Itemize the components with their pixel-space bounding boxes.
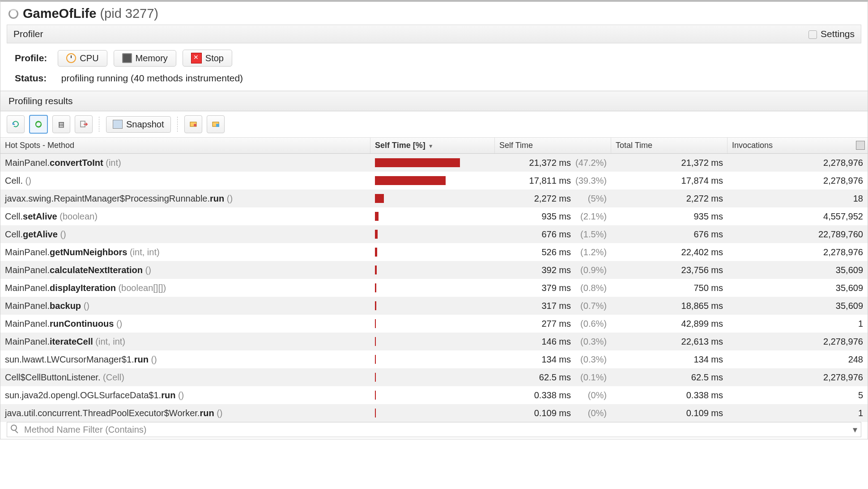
svg-point-3 (194, 124, 196, 126)
table-row[interactable]: sun.lwawt.LWCursorManager$1.run ()134 ms… (0, 350, 868, 368)
table-row[interactable]: javax.swing.RepaintManager$ProcessingRun… (0, 190, 868, 207)
table-row[interactable]: Cell.setAlive (boolean)935 ms(2.1%)935 m… (0, 207, 868, 225)
invocations-cell: 2,278,976 (728, 244, 868, 261)
invocations-cell: 2,278,976 (728, 155, 868, 171)
bar-cell (370, 244, 495, 260)
method-cell: Cell$CellButtonListener. (Cell) (0, 369, 370, 386)
filter-input[interactable]: Method Name Filter (Contains) ▾ (7, 422, 861, 437)
method-cell: java.util.concurrent.ThreadPoolExecutor$… (0, 405, 370, 422)
save-snapshot-button[interactable] (184, 115, 202, 133)
total-time-cell: 750 ms (611, 280, 728, 296)
table-row[interactable]: MainPanel.calculateNextIteration ()392 m… (0, 261, 868, 279)
self-time-cell: 317 ms(0.7%) (495, 298, 611, 314)
column-config-icon[interactable] (856, 141, 865, 150)
col-total-time[interactable]: Total Time (611, 138, 728, 153)
stop-icon (191, 53, 202, 63)
results-toolbar: Snapshot (0, 111, 868, 137)
table-row[interactable]: MainPanel.runContinuous ()277 ms(0.6%)42… (0, 315, 868, 333)
snapshot-icon (113, 120, 123, 129)
clear-button[interactable] (52, 115, 70, 133)
method-cell: Cell.getAlive () (0, 226, 370, 243)
col-method[interactable]: Hot Spots - Method (0, 138, 370, 153)
table-row[interactable]: sun.java2d.opengl.OGLSurfaceData$1.run (… (0, 386, 868, 404)
bar-cell (370, 370, 495, 385)
method-cell: MainPanel.iterateCell (int, int) (0, 333, 370, 350)
refresh-all-button[interactable] (7, 115, 25, 133)
settings-checkbox-icon[interactable] (808, 30, 817, 39)
bar-cell (370, 334, 495, 349)
total-time-cell: 22,613 ms (611, 333, 728, 350)
method-cell: MainPanel.runContinuous () (0, 316, 370, 332)
table-row[interactable]: MainPanel.iterateCell (int, int)146 ms(0… (0, 333, 868, 350)
settings-toggle[interactable]: Settings (808, 29, 855, 39)
invocations-cell: 1 (728, 316, 868, 332)
method-cell: Cell. () (0, 173, 370, 189)
bar-cell (370, 209, 495, 224)
cpu-clock-icon (66, 53, 76, 63)
total-time-cell: 17,874 ms (611, 173, 728, 189)
total-time-cell: 42,899 ms (611, 316, 728, 332)
title-bar: GameOfLife (pid 3277) (0, 2, 868, 25)
self-time-cell: 21,372 ms(47.2%) (495, 155, 611, 171)
self-time-cell: 62.5 ms(0.1%) (495, 369, 611, 386)
bar-cell (370, 155, 495, 170)
export-button[interactable] (75, 115, 93, 133)
method-cell: MainPanel.getNumNeighbors (int, int) (0, 244, 370, 261)
status-value: profiling running (40 methods instrument… (61, 73, 243, 83)
method-cell: sun.lwawt.LWCursorManager$1.run () (0, 351, 370, 368)
table-row[interactable]: MainPanel.backup ()317 ms(0.7%)18,865 ms… (0, 297, 868, 315)
invocations-cell: 2,278,976 (728, 333, 868, 350)
col-invocations[interactable]: Invocations (728, 138, 868, 153)
method-cell: Cell.setAlive (boolean) (0, 208, 370, 225)
self-time-cell: 2,272 ms(5%) (495, 190, 611, 207)
invocations-cell: 35,609 (728, 298, 868, 314)
self-time-cell: 935 ms(2.1%) (495, 208, 611, 225)
table-row[interactable]: Cell.getAlive ()676 ms(1.5%)676 ms22,789… (0, 225, 868, 243)
cpu-button[interactable]: CPU (58, 50, 107, 67)
snapshot-button[interactable]: Snapshot (106, 116, 171, 133)
invocations-cell: 1 (728, 405, 868, 422)
method-cell: MainPanel.convertToInt (int) (0, 155, 370, 171)
self-time-cell: 379 ms(0.8%) (495, 280, 611, 296)
stop-button[interactable]: Stop (183, 50, 232, 67)
method-cell: MainPanel.displayIteration (boolean[][]) (0, 280, 370, 296)
method-cell: MainPanel.calculateNextIteration () (0, 262, 370, 278)
invocations-cell: 2,278,976 (728, 173, 868, 189)
invocations-cell: 5 (728, 387, 868, 404)
method-cell: javax.swing.RepaintManager$ProcessingRun… (0, 190, 370, 207)
table-row[interactable]: MainPanel.convertToInt (int)21,372 ms(47… (0, 154, 868, 172)
col-self-time[interactable]: Self Time (495, 138, 611, 153)
table-row[interactable]: Cell$CellButtonListener. (Cell)62.5 ms(0… (0, 368, 868, 386)
results-table: Hot Spots - Method Self Time [%]▼ Self T… (0, 137, 868, 422)
invocations-cell: 2,278,976 (728, 369, 868, 386)
self-time-cell: 526 ms(1.2%) (495, 244, 611, 261)
profile-label: Profile: (15, 53, 47, 63)
col-self-pct[interactable]: Self Time [%]▼ (370, 138, 495, 153)
bar-cell (370, 191, 495, 206)
memory-button[interactable]: Memory (114, 50, 176, 67)
invocations-cell: 35,609 (728, 280, 868, 296)
bar-cell (370, 405, 495, 421)
auto-refresh-button[interactable] (29, 115, 48, 134)
bar-cell (370, 352, 495, 367)
profiler-header-bar: Profiler Settings (7, 25, 861, 43)
sort-desc-icon: ▼ (428, 143, 434, 149)
filter-dropdown-icon[interactable]: ▾ (853, 424, 857, 435)
filter-funnel-icon (11, 425, 21, 434)
method-cell: MainPanel.backup () (0, 298, 370, 314)
profiler-label: Profiler (13, 29, 43, 39)
save-view-button[interactable] (207, 115, 225, 133)
total-time-cell: 2,272 ms (611, 190, 728, 207)
table-row[interactable]: MainPanel.displayIteration (boolean[][])… (0, 279, 868, 297)
table-row[interactable]: MainPanel.getNumNeighbors (int, int)526 … (0, 243, 868, 261)
bar-cell (370, 262, 495, 278)
table-row[interactable]: java.util.concurrent.ThreadPoolExecutor$… (0, 404, 868, 422)
table-row[interactable]: Cell. ()17,811 ms(39.3%)17,874 ms2,278,9… (0, 172, 868, 190)
self-time-cell: 0.338 ms(0%) (495, 387, 611, 404)
table-header: Hot Spots - Method Self Time [%]▼ Self T… (0, 138, 868, 154)
self-time-cell: 134 ms(0.3%) (495, 351, 611, 368)
results-section-header: Profiling results (0, 91, 868, 111)
invocations-cell: 35,609 (728, 262, 868, 278)
bar-cell (370, 388, 495, 403)
self-time-cell: 146 ms(0.3%) (495, 333, 611, 350)
